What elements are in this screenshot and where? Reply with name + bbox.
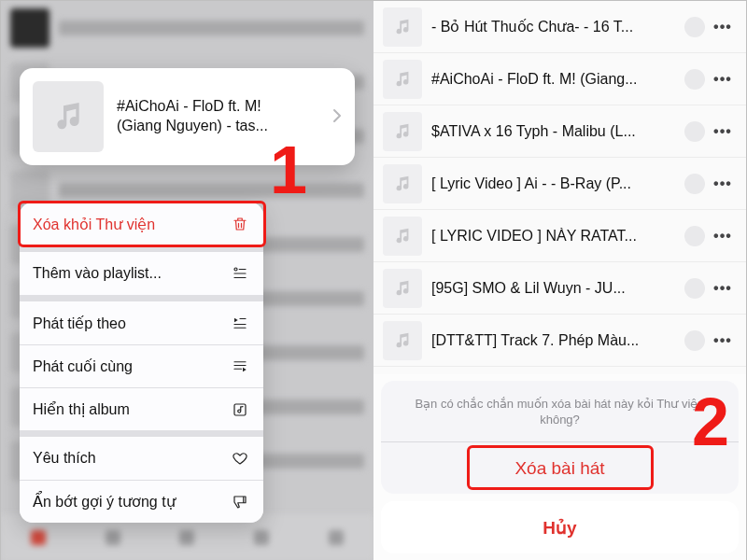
download-button[interactable]	[684, 69, 705, 90]
svg-point-2	[234, 268, 237, 271]
download-icon	[689, 126, 700, 137]
download-icon	[689, 231, 700, 242]
track-title: [ Lyric Video ] Ai - - B-Ray (P...	[431, 175, 679, 192]
menu-show-album-label: Hiển thị album	[33, 400, 130, 418]
menu-suggest-less[interactable]: Ẩn bớt gợi ý tương tự	[20, 480, 263, 523]
more-icon: •••	[713, 19, 732, 35]
track-row[interactable]: $ATIVA x 16 Typh - Malibu (L...•••	[374, 105, 746, 158]
track-title: [ LYRIC VIDEO ] NÀY RATAT...	[431, 228, 679, 245]
playlist-add-icon	[230, 265, 250, 282]
download-icon	[689, 335, 700, 346]
action-sheet: Bạn có chắc chắn muốn xóa bài hát này kỏ…	[381, 381, 739, 553]
menu-add-to-playlist[interactable]: Thêm vào playlist...	[20, 252, 263, 295]
download-icon	[689, 283, 700, 294]
music-note-icon	[392, 278, 413, 299]
song-title-line1: #AiChoAi - FloD ft. M!	[117, 98, 261, 114]
play-last-icon	[230, 358, 250, 375]
music-note-icon	[392, 17, 413, 37]
music-note-icon	[392, 174, 413, 194]
music-note-icon	[392, 69, 413, 90]
menu-show-album[interactable]: Hiển thị album	[20, 387, 263, 430]
music-note-icon	[392, 121, 413, 142]
song-title-line2: (Giang Nguyen) - tas...	[117, 118, 268, 133]
more-icon: •••	[713, 175, 732, 191]
menu-suggest-less-label: Ẩn bớt gợi ý tương tự	[33, 493, 176, 511]
download-icon	[689, 74, 700, 85]
menu-love-label: Yêu thích	[33, 450, 96, 467]
more-icon: •••	[713, 228, 732, 244]
cancel-button[interactable]: Hủy	[381, 501, 739, 553]
annotation-number-1: 1	[270, 132, 307, 208]
track-art-placeholder	[383, 217, 422, 256]
thumbs-down-icon	[230, 494, 250, 511]
track-row[interactable]: [ LYRIC VIDEO ] NÀY RATAT...•••	[374, 210, 746, 262]
more-button[interactable]: •••	[711, 280, 735, 297]
play-next-icon	[230, 315, 250, 331]
track-art-placeholder	[383, 321, 422, 360]
track-row[interactable]: - Bỏ Hút Thuốc Chưa- - 16 T...•••	[374, 1, 746, 53]
download-button[interactable]	[684, 121, 705, 142]
context-menu: Xóa khỏi Thư viện Thêm vào playlist... P…	[20, 203, 263, 523]
download-button[interactable]	[684, 17, 705, 37]
download-icon	[689, 178, 700, 189]
more-button[interactable]: •••	[711, 175, 735, 192]
more-button[interactable]: •••	[711, 228, 735, 245]
album-icon	[230, 401, 250, 418]
track-art-placeholder	[383, 7, 422, 47]
more-button[interactable]: •••	[711, 123, 735, 140]
heart-icon	[230, 450, 250, 467]
download-button[interactable]	[684, 226, 705, 246]
menu-add-to-playlist-label: Thêm vào playlist...	[33, 265, 162, 282]
track-title: [95G] SMO & Lil Wuyn - JU...	[431, 280, 679, 297]
more-icon: •••	[713, 71, 732, 87]
track-title: #AiChoAi - FloD ft. M! (Giang...	[431, 71, 679, 88]
chevron-right-icon[interactable]	[329, 106, 342, 128]
track-row[interactable]: [DTT&TT] Track 7. Phép Màu...•••	[374, 315, 746, 367]
more-button[interactable]: •••	[711, 332, 735, 349]
delete-song-button[interactable]: Xóa bài hát	[381, 441, 739, 494]
track-art-placeholder	[383, 60, 422, 99]
track-title: $ATIVA x 16 Typh - Malibu (L...	[431, 123, 679, 140]
song-title: #AiChoAi - FloD ft. M! (Giang Nguyen) - …	[117, 97, 329, 136]
menu-delete-label: Xóa khỏi Thư viện	[33, 216, 155, 233]
track-list: - Bỏ Hút Thuốc Chưa- - 16 T...•••#AiChoA…	[374, 1, 746, 367]
cancel-label: Hủy	[543, 517, 576, 539]
menu-play-next[interactable]: Phát tiếp theo	[20, 301, 263, 344]
download-button[interactable]	[684, 278, 705, 299]
more-icon: •••	[713, 123, 732, 139]
annotation-number-2: 2	[692, 384, 729, 460]
music-note-icon	[49, 98, 87, 135]
menu-love[interactable]: Yêu thích	[20, 437, 263, 480]
menu-play-last-label: Phát cuối cùng	[33, 357, 133, 375]
music-note-icon	[392, 226, 413, 246]
track-row[interactable]: #AiChoAi - FloD ft. M! (Giang...•••	[374, 53, 746, 105]
music-note-icon	[392, 330, 413, 351]
trash-icon	[230, 216, 250, 232]
album-art-placeholder	[33, 81, 104, 152]
download-icon	[689, 21, 700, 33]
download-button[interactable]	[684, 174, 705, 194]
more-button[interactable]: •••	[711, 71, 735, 88]
menu-delete-from-library[interactable]: Xóa khỏi Thư viện	[20, 203, 263, 245]
track-title: - Bỏ Hút Thuốc Chưa- - 16 T...	[431, 18, 679, 35]
track-art-placeholder	[383, 164, 422, 203]
more-icon: •••	[713, 280, 732, 296]
more-button[interactable]: •••	[711, 19, 735, 35]
menu-play-next-label: Phát tiếp theo	[33, 315, 126, 332]
delete-song-label: Xóa bài hát	[514, 458, 604, 479]
download-button[interactable]	[684, 330, 705, 351]
track-art-placeholder	[383, 112, 422, 151]
track-title: [DTT&TT] Track 7. Phép Màu...	[431, 332, 679, 349]
track-row[interactable]: [95G] SMO & Lil Wuyn - JU...•••	[374, 262, 746, 315]
track-art-placeholder	[383, 269, 422, 308]
action-sheet-message: Bạn có chắc chắn muốn xóa bài hát này kỏ…	[381, 381, 739, 441]
track-row[interactable]: [ Lyric Video ] Ai - - B-Ray (P...•••	[374, 158, 746, 210]
more-icon: •••	[713, 332, 732, 348]
menu-play-last[interactable]: Phát cuối cùng	[20, 344, 263, 387]
